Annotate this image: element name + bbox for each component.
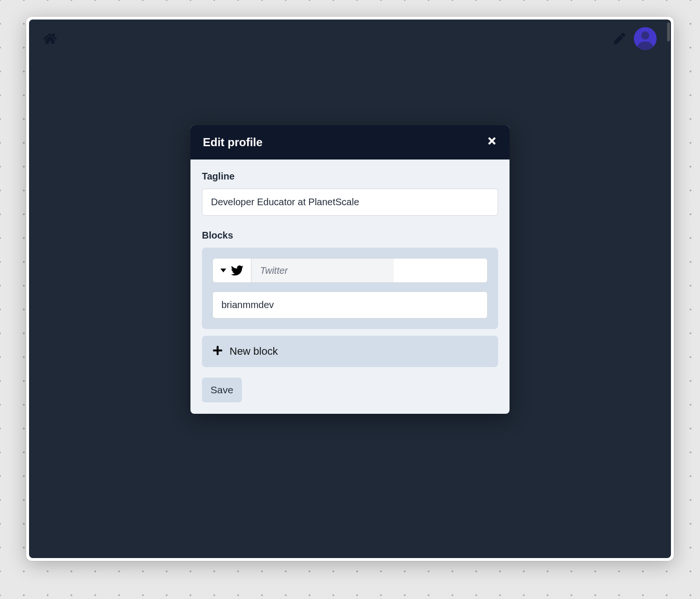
new-block-button[interactable]: New block (202, 336, 498, 367)
topbar-left (43, 32, 57, 45)
new-block-label: New block (230, 345, 278, 358)
block-value-input[interactable] (212, 291, 488, 319)
tagline-label: Tagline (202, 171, 498, 182)
caret-down-icon (220, 269, 226, 272)
save-button[interactable]: Save (202, 378, 242, 402)
close-icon[interactable] (487, 136, 497, 149)
block-type-spacer (394, 258, 488, 283)
modal-header: Edit profile (190, 125, 510, 160)
topbar (29, 20, 671, 58)
block-type-row: Twitter (212, 258, 488, 283)
pencil-icon[interactable] (614, 33, 625, 44)
topbar-right (614, 27, 657, 50)
tagline-input[interactable] (202, 189, 498, 216)
modal-title: Edit profile (203, 136, 262, 149)
block-type-selector[interactable] (212, 258, 251, 283)
home-icon[interactable] (43, 32, 57, 45)
app-window: Edit profile Tagline Blocks (26, 17, 674, 561)
edit-profile-modal: Edit profile Tagline Blocks (190, 125, 510, 414)
block-item: Twitter (202, 248, 498, 329)
plus-icon (212, 345, 223, 358)
blocks-label: Blocks (202, 230, 498, 241)
twitter-icon (231, 264, 243, 277)
app-surface: Edit profile Tagline Blocks (29, 20, 671, 558)
block-type-label: Twitter (251, 258, 394, 283)
avatar[interactable] (634, 27, 657, 50)
modal-body: Tagline Blocks Twitter (190, 160, 510, 414)
